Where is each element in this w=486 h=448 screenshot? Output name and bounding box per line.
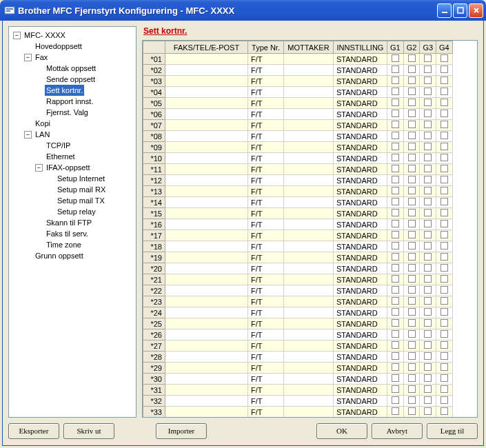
cell-g2[interactable] <box>403 274 420 285</box>
col-g4[interactable]: G4 <box>436 41 453 54</box>
cell-g4[interactable] <box>436 109 453 120</box>
cell-g3[interactable] <box>420 252 436 263</box>
tree-item-skannftp[interactable]: Skann til FTP <box>45 217 93 228</box>
cell-g4[interactable] <box>436 307 453 318</box>
cell-g3[interactable] <box>420 318 436 329</box>
table-row[interactable]: *02F/TSTANDARD <box>143 65 453 76</box>
cell-g3[interactable] <box>420 263 436 274</box>
cell-fte[interactable] <box>165 318 248 329</box>
tree-expander[interactable]: − <box>13 32 21 39</box>
avbryt-button[interactable]: Avbryt <box>372 423 423 439</box>
cell-fte[interactable] <box>165 407 248 418</box>
cell-g3[interactable] <box>420 208 436 219</box>
col-g1[interactable]: G1 <box>387 41 404 54</box>
cell-g4[interactable] <box>436 153 453 164</box>
cell-g2[interactable] <box>403 87 420 98</box>
cell-fte[interactable] <box>165 98 248 109</box>
cell-g4[interactable] <box>436 385 453 396</box>
table-row[interactable]: *05F/TSTANDARD <box>143 98 453 109</box>
ok-button[interactable]: OK <box>316 423 367 439</box>
tree-item-timezone[interactable]: Time zone <box>45 239 83 250</box>
table-row[interactable]: *20F/TSTANDARD <box>143 263 453 274</box>
cell-g1[interactable] <box>387 87 404 98</box>
tree-expander[interactable]: − <box>24 131 32 139</box>
cell-g2[interactable] <box>403 54 420 65</box>
cell-innstilling[interactable]: STANDARD <box>334 219 387 230</box>
cell-g3[interactable] <box>420 307 436 318</box>
cell-g3[interactable] <box>420 340 436 352</box>
cell-innstilling[interactable]: STANDARD <box>334 87 387 98</box>
cell-g1[interactable] <box>387 142 404 153</box>
cell-g4[interactable] <box>436 263 453 274</box>
cell-innstilling[interactable]: STANDARD <box>334 340 387 352</box>
table-row[interactable]: *33F/TSTANDARD <box>143 407 453 418</box>
cell-fte[interactable] <box>165 197 248 208</box>
table-row[interactable]: *32F/TSTANDARD <box>143 396 453 407</box>
cell-fte[interactable] <box>165 241 248 252</box>
tree-item-setuprelay[interactable]: Setup relay <box>56 206 97 217</box>
cell-g4[interactable] <box>436 87 453 98</box>
cell-g3[interactable] <box>420 296 436 307</box>
cell-g2[interactable] <box>403 153 420 164</box>
cell-innstilling[interactable]: STANDARD <box>334 385 387 396</box>
cell-innstilling[interactable]: STANDARD <box>334 120 387 131</box>
cell-innstilling[interactable]: STANDARD <box>334 186 387 197</box>
table-row[interactable]: *31F/TSTANDARD <box>143 385 453 396</box>
cell-mottaker[interactable] <box>284 175 334 186</box>
cell-g4[interactable] <box>436 208 453 219</box>
cell-g1[interactable] <box>387 109 404 120</box>
cell-g3[interactable] <box>420 109 436 120</box>
leggtil-button[interactable]: Legg til <box>427 423 478 439</box>
cell-g1[interactable] <box>387 120 404 131</box>
cell-g4[interactable] <box>436 329 453 340</box>
cell-g2[interactable] <box>403 340 420 352</box>
table-row[interactable]: *06F/TSTANDARD <box>143 109 453 120</box>
cell-type[interactable]: F/T <box>248 374 284 385</box>
cell-fte[interactable] <box>165 120 248 131</box>
table-row[interactable]: *25F/TSTANDARD <box>143 318 453 329</box>
cell-g1[interactable] <box>387 219 404 230</box>
cell-g1[interactable] <box>387 296 404 307</box>
cell-g4[interactable] <box>436 340 453 352</box>
table-row[interactable]: *09F/TSTANDARD <box>143 142 453 153</box>
cell-mottaker[interactable] <box>284 65 334 76</box>
cell-mottaker[interactable] <box>284 241 334 252</box>
cell-g3[interactable] <box>420 120 436 131</box>
cell-g2[interactable] <box>403 219 420 230</box>
cell-g2[interactable] <box>403 109 420 120</box>
cell-g1[interactable] <box>387 340 404 352</box>
skrivut-button[interactable]: Skriv ut <box>63 423 114 439</box>
cell-g3[interactable] <box>420 274 436 285</box>
cell-innstilling[interactable]: STANDARD <box>334 131 387 142</box>
cell-g3[interactable] <box>420 285 436 296</box>
cell-innstilling[interactable]: STANDARD <box>334 363 387 374</box>
cell-g2[interactable] <box>403 307 420 318</box>
cell-g3[interactable] <box>420 374 436 385</box>
cell-mottaker[interactable] <box>284 252 334 263</box>
table-row[interactable]: *14F/TSTANDARD <box>143 197 453 208</box>
cell-fte[interactable] <box>165 109 248 120</box>
cell-g2[interactable] <box>403 65 420 76</box>
cell-innstilling[interactable]: STANDARD <box>334 352 387 363</box>
cell-fte[interactable] <box>165 274 248 285</box>
cell-mottaker[interactable] <box>284 120 334 131</box>
tree-item-ethernet[interactable]: Ethernet <box>45 151 77 162</box>
cell-innstilling[interactable]: STANDARD <box>334 54 387 65</box>
table-row[interactable]: *10F/TSTANDARD <box>143 153 453 164</box>
cell-g4[interactable] <box>436 363 453 374</box>
cell-g1[interactable] <box>387 274 404 285</box>
cell-g4[interactable] <box>436 76 453 87</box>
cell-type[interactable]: F/T <box>248 197 284 208</box>
cell-g2[interactable] <box>403 296 420 307</box>
cell-mottaker[interactable] <box>284 186 334 197</box>
cell-type[interactable]: F/T <box>248 54 284 65</box>
cell-g4[interactable] <box>436 98 453 109</box>
cell-type[interactable]: F/T <box>248 263 284 274</box>
cell-g2[interactable] <box>403 76 420 87</box>
tree-item-hovedoppsett[interactable]: Hovedoppsett <box>34 41 83 52</box>
cell-fte[interactable] <box>165 363 248 374</box>
cell-innstilling[interactable]: STANDARD <box>334 274 387 285</box>
cell-g1[interactable] <box>387 131 404 142</box>
cell-g4[interactable] <box>436 65 453 76</box>
cell-g1[interactable] <box>387 54 404 65</box>
